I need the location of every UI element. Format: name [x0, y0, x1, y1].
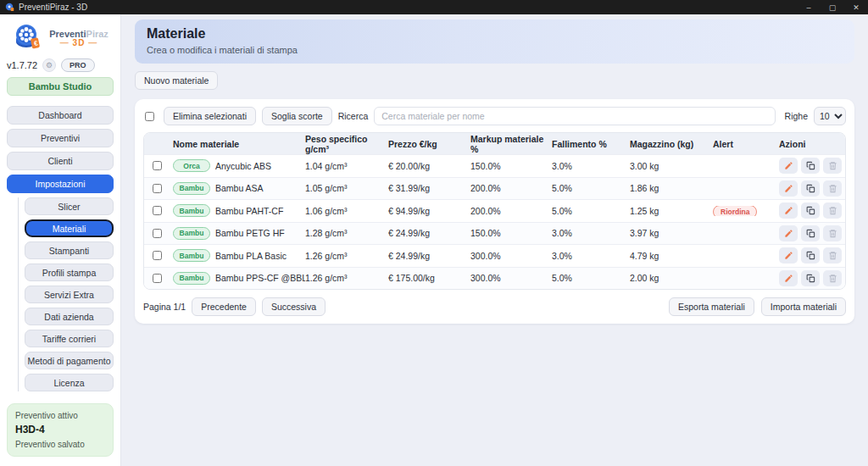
edit-pencil-icon	[784, 161, 793, 170]
stock-threshold-button[interactable]: Soglia scorte	[262, 107, 332, 125]
price-cell: € 175.00/kg	[388, 273, 470, 283]
markup-cell: 200.0%	[470, 183, 552, 193]
quote-status: Preventivo salvato	[15, 440, 105, 449]
material-name: Anycubic ABS	[215, 161, 271, 171]
row-checkbox[interactable]	[153, 184, 162, 193]
rows-per-page-label: Righe	[785, 111, 808, 121]
failure-cell: 3.0%	[552, 251, 630, 261]
stock-cell: 2.00 kg	[630, 273, 713, 283]
duplicate-button[interactable]	[801, 180, 820, 197]
sidebar-subnav-item[interactable]: Materiali	[25, 219, 114, 237]
markup-cell: 300.0%	[470, 251, 552, 261]
stock-cell: 4.79 kg	[630, 251, 713, 261]
row-checkbox[interactable]	[153, 206, 162, 215]
edit-button[interactable]	[779, 247, 798, 264]
delete-selected-button[interactable]: Elimina selezionati	[164, 107, 256, 125]
previous-page-button[interactable]: Precedente	[192, 297, 256, 316]
delete-button[interactable]	[823, 158, 842, 174]
sidebar-nav-item[interactable]: Dashboard	[7, 106, 114, 125]
new-material-button[interactable]: Nuovo materiale	[135, 71, 218, 90]
trash-icon	[828, 251, 837, 260]
failure-cell: 3.0%	[552, 161, 630, 171]
sidebar-subnav-item[interactable]: Stampanti	[25, 241, 114, 259]
source-badge: Bambu	[173, 182, 210, 195]
sidebar-subnav-item[interactable]: Profili stampa	[25, 264, 114, 281]
edit-pencil-icon	[784, 251, 793, 260]
duplicate-button[interactable]	[801, 270, 820, 286]
edit-button[interactable]	[779, 270, 798, 286]
table-footer: Pagina 1/1 Precedente Successiva Esporta…	[143, 297, 846, 316]
column-header: Nome materiale	[173, 139, 305, 149]
row-checkbox[interactable]	[153, 274, 162, 283]
markup-cell: 150.0%	[470, 228, 552, 238]
bambu-studio-button[interactable]: Bambu Studio	[7, 77, 114, 96]
duplicate-button[interactable]	[801, 247, 820, 264]
trash-icon	[828, 229, 837, 238]
price-cell: € 31.99/kg	[388, 183, 470, 193]
source-badge: Bambu	[173, 272, 210, 285]
failure-cell: 5.0%	[552, 273, 630, 283]
duplicate-button[interactable]	[801, 225, 820, 241]
sidebar-subnav-item[interactable]: Tariffe corrieri	[25, 330, 114, 347]
delete-button[interactable]	[823, 225, 842, 241]
duplicate-button[interactable]	[801, 202, 820, 219]
row-checkbox[interactable]	[153, 251, 162, 260]
column-header: Magazzino (kg)	[630, 139, 713, 149]
sidebar-subnav-item[interactable]: Licenza	[25, 374, 114, 391]
table-body: Orca Anycubic ABS 1.04 g/cm³ € 20.00/kg …	[144, 154, 845, 289]
next-page-button[interactable]: Successiva	[262, 297, 326, 316]
failure-cell: 5.0%	[552, 206, 630, 216]
close-icon[interactable]: ✕	[844, 0, 868, 14]
duplicate-button[interactable]	[801, 158, 820, 174]
sidebar-subnav-item[interactable]: Slicer	[25, 197, 114, 215]
search-input[interactable]	[374, 107, 775, 125]
maximize-icon[interactable]: ▢	[821, 0, 844, 14]
material-name: Bambu ASA	[215, 183, 264, 193]
edit-pencil-icon	[784, 274, 793, 283]
minimize-icon[interactable]: –	[797, 0, 821, 14]
row-checkbox[interactable]	[153, 229, 162, 238]
alert-badge: Riordina	[713, 206, 757, 216]
sidebar-nav-item[interactable]: Clienti	[7, 152, 114, 170]
delete-button[interactable]	[823, 180, 842, 197]
duplicate-icon	[806, 229, 815, 238]
markup-cell: 150.0%	[470, 161, 552, 171]
column-header: Prezzo €/kg	[388, 139, 470, 149]
price-cell: € 24.99/kg	[388, 228, 470, 238]
export-materials-button[interactable]: Esporta materiali	[669, 297, 754, 316]
sidebar-nav-item[interactable]: Preventivi	[7, 129, 114, 147]
material-name: Bambu PAHT-CF	[215, 206, 283, 216]
gear-icon[interactable]: ⚙	[42, 58, 56, 72]
density-cell: 1.28 g/cm³	[305, 228, 388, 238]
edit-button[interactable]	[779, 180, 798, 197]
sidebar-subnav-item[interactable]: Metodi di pagamento	[25, 352, 114, 369]
rows-per-page-select[interactable]: 10	[814, 107, 846, 125]
version-label: v1.7.72	[7, 60, 37, 70]
duplicate-icon	[806, 161, 815, 170]
main-content: Materiale Crea o modifica i materiali di…	[121, 14, 868, 466]
edit-button[interactable]	[779, 158, 798, 174]
edit-button[interactable]	[779, 202, 798, 219]
logo-3d-text: — 3D —	[49, 39, 108, 47]
table-row: Orca Anycubic ABS 1.04 g/cm³ € 20.00/kg …	[144, 154, 845, 177]
table-toolbar: Elimina selezionati Soglia scorte Ricerc…	[143, 107, 846, 125]
duplicate-icon	[806, 206, 815, 215]
sidebar-nav-item[interactable]: Impostazioni	[7, 175, 114, 193]
delete-button[interactable]	[823, 270, 842, 286]
sidebar-subnav-item[interactable]: Dati azienda	[25, 308, 114, 325]
source-badge: Orca	[173, 159, 210, 172]
delete-button[interactable]	[823, 202, 842, 219]
select-all-checkbox[interactable]	[145, 112, 154, 121]
sidebar-subnav-item[interactable]: Servizi Extra	[25, 286, 114, 303]
import-materials-button[interactable]: Importa materiali	[761, 297, 846, 316]
table-row: Bambu Bambu ASA 1.05 g/cm³ € 31.99/kg 20…	[144, 177, 845, 200]
material-name: Bambu PPS-CF @BBL H2D	[215, 273, 305, 283]
source-badge: Bambu	[173, 249, 210, 262]
edit-button[interactable]	[779, 225, 798, 241]
delete-button[interactable]	[823, 247, 842, 264]
row-checkbox[interactable]	[153, 161, 162, 170]
sidebar-subnav: SlicerMaterialiStampantiProfili stampaSe…	[18, 197, 114, 391]
duplicate-icon	[806, 251, 815, 260]
price-cell: € 94.99/kg	[388, 206, 470, 216]
duplicate-icon	[806, 184, 815, 193]
